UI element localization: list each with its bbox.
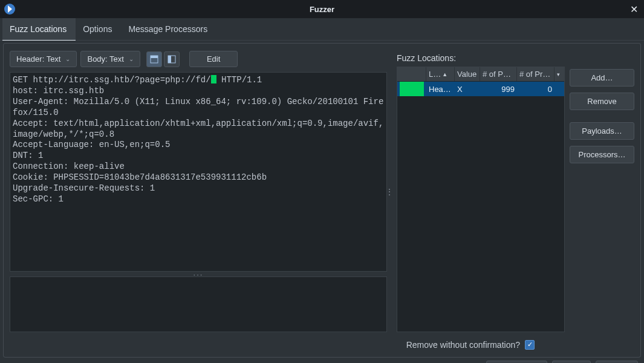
body-view-dropdown[interactable]: Body: Text ⌄ bbox=[80, 51, 140, 67]
left-panel: Header: Text ⌄ Body: Text ⌄ bbox=[10, 51, 387, 332]
layout-toggle-group bbox=[146, 51, 180, 67]
fuzz-locations-table[interactable]: L… ▲ Value # of P… # of Pr… ▾ Hea… X 999… bbox=[397, 67, 565, 332]
header-view-dropdown[interactable]: Header: Text ⌄ bbox=[10, 51, 77, 67]
row-payloads: 999 bbox=[480, 82, 517, 96]
col-value[interactable]: Value bbox=[455, 67, 480, 81]
close-icon[interactable]: ✕ bbox=[628, 4, 640, 15]
col-processors[interactable]: # of Pr… bbox=[517, 67, 555, 81]
request-textarea[interactable]: GET http://itrc.ssg.htb/?page=php://fd/ … bbox=[10, 72, 387, 272]
row-procs: 0 bbox=[517, 82, 555, 96]
remove-without-confirmation-label: Remove without confirmation? bbox=[406, 340, 520, 350]
remove-without-confirmation-checkbox[interactable]: ✓ bbox=[525, 340, 535, 350]
main-panel: Header: Text ⌄ Body: Text ⌄ bbox=[3, 43, 641, 332]
layout-horizontal-button[interactable] bbox=[146, 51, 162, 67]
right-panel: Fuzz Locations: L… ▲ Value # of P… # of … bbox=[389, 51, 634, 332]
body-view-label: Body: Text bbox=[87, 54, 123, 64]
table-menu-icon[interactable]: ▾ bbox=[555, 67, 562, 81]
payloads-button[interactable]: Payloads… bbox=[570, 122, 634, 140]
row-value: X bbox=[455, 82, 480, 96]
chevron-down-icon: ⌄ bbox=[129, 56, 134, 62]
start-fuzzer-button[interactable]: Start Fuzzer bbox=[486, 361, 547, 363]
fuzz-locations-label: Fuzz Locations: bbox=[397, 51, 565, 63]
edit-button[interactable]: Edit bbox=[189, 51, 238, 67]
request-after: HTTP/1.1 host: itrc.ssg.htb User-Agent: … bbox=[13, 75, 383, 204]
chevron-down-icon: ⌄ bbox=[65, 56, 70, 62]
window-title: Fuzzer bbox=[0, 5, 644, 14]
row-loc: Hea… bbox=[426, 82, 455, 96]
app-icon bbox=[4, 3, 16, 15]
tab-options[interactable]: Options bbox=[76, 18, 121, 40]
layout-vertical-button[interactable] bbox=[164, 51, 180, 67]
response-textarea[interactable] bbox=[10, 276, 387, 332]
request-before: GET http://itrc.ssg.htb/?page=php://fd/ bbox=[13, 75, 211, 85]
processors-button[interactable]: Processors… bbox=[570, 146, 634, 163]
left-toolbar: Header: Text ⌄ Body: Text ⌄ bbox=[10, 51, 387, 67]
fuzz-locations-column: Fuzz Locations: L… ▲ Value # of P… # of … bbox=[397, 51, 565, 332]
svg-rect-2 bbox=[151, 56, 158, 58]
remove-button[interactable]: Remove bbox=[570, 93, 634, 110]
horizontal-splitter[interactable] bbox=[10, 272, 387, 276]
footer-buttons: Start Fuzzer Reset Cancel bbox=[486, 361, 638, 363]
side-buttons: Add… Remove Payloads… Processors… bbox=[565, 51, 634, 332]
table-header: L… ▲ Value # of P… # of Pr… ▾ bbox=[397, 67, 564, 82]
header-view-label: Header: Text bbox=[16, 54, 60, 64]
cancel-button[interactable]: Cancel bbox=[596, 361, 638, 363]
col-location[interactable]: L… ▲ bbox=[426, 67, 455, 81]
remove-without-confirmation-row: Remove without confirmation? ✓ bbox=[406, 340, 535, 350]
table-row[interactable]: Hea… X 999 0 bbox=[397, 82, 564, 96]
tab-fuzz-locations[interactable]: Fuzz Locations bbox=[2, 18, 76, 41]
col-color[interactable] bbox=[397, 67, 426, 81]
sort-asc-icon: ▲ bbox=[442, 71, 447, 77]
tab-bar: Fuzz Locations Options Message Processor… bbox=[0, 18, 644, 41]
col-payloads[interactable]: # of P… bbox=[480, 67, 517, 81]
reset-button[interactable]: Reset bbox=[552, 361, 591, 363]
fuzz-marker-icon bbox=[211, 75, 216, 83]
checkbox-row-wrap: Remove without confirmation? ✓ bbox=[3, 332, 641, 358]
add-button[interactable]: Add… bbox=[570, 69, 634, 87]
titlebar: Fuzzer ✕ bbox=[0, 0, 644, 18]
row-color-swatch bbox=[400, 82, 424, 96]
svg-rect-4 bbox=[168, 56, 171, 63]
footer: ? Start Fuzzer Reset Cancel bbox=[0, 358, 644, 363]
tab-message-processors[interactable]: Message Processors bbox=[121, 18, 216, 40]
